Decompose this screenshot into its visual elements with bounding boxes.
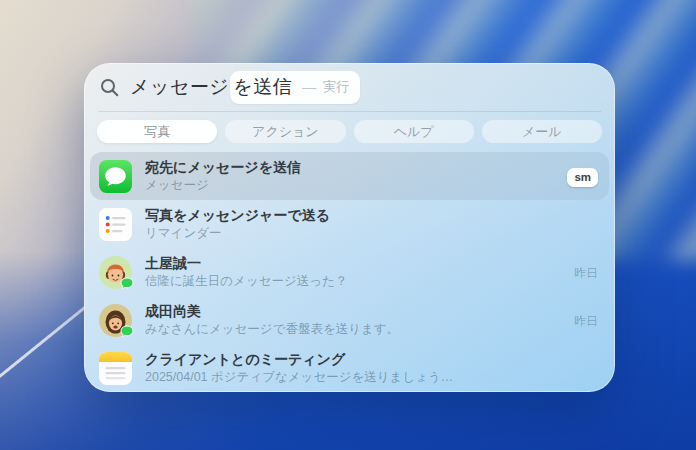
autocomplete-separator: — [302,79,316,95]
spotlight-panel: メッセージ を送信 — 実行 写真 アクション ヘルプ メール [84,63,615,392]
result-right: 昨日 [574,263,598,282]
result-texts: 成田尚美 みなさんにメッセージで香盤表を送ります。 [145,303,564,337]
filter-tabs: 写真 アクション ヘルプ メール [84,112,615,152]
result-right: sm [567,167,598,185]
result-texts: 写真をメッセンジャーで送る リマインダー [145,207,598,241]
tab-mail[interactable]: メール [482,120,602,143]
reminders-app-icon [99,208,132,241]
result-row-contact-tsuchiya[interactable]: 土屋誠一 信隆に誕生日のメッセージ送った？ 昨日 [90,248,609,296]
tab-mail-label: メール [522,123,562,141]
messages-app-icon [99,160,132,193]
message-bubble-badge [120,277,134,291]
message-bubble-badge [120,325,134,339]
shortcut-badge: sm [567,168,598,187]
tab-help[interactable]: ヘルプ [354,120,474,143]
result-subtitle: 信隆に誕生日のメッセージ送った？ [145,273,564,289]
tab-photos-label: 写真 [144,123,170,141]
result-title: 土屋誠一 [145,255,564,272]
contact-avatar-boy [99,256,132,289]
search-bar[interactable]: メッセージ を送信 — 実行 [84,63,615,111]
contact-avatar-woman [99,304,132,337]
search-icon [100,78,119,97]
result-title: クライアントとのミーティング [145,351,598,368]
result-row-send-message[interactable]: 宛先にメッセージを送信 メッセージ sm [90,152,609,200]
result-texts: クライアントとのミーティング 2025/04/01 ポジティブなメッセージを送り… [145,351,598,385]
autocomplete-text: を送信 [233,74,292,100]
result-row-reminder[interactable]: 写真をメッセンジャーで送る リマインダー [90,200,609,248]
result-right: 昨日 [574,311,598,330]
result-subtitle: メッセージ [145,177,557,193]
autocomplete-pill[interactable]: を送信 — 実行 [230,71,360,104]
result-title: 宛先にメッセージを送信 [145,159,557,176]
tab-help-label: ヘルプ [394,123,434,141]
results-list: 宛先にメッセージを送信 メッセージ sm 写真 [84,152,615,392]
tab-actions-label: アクション [252,123,319,141]
result-subtitle: みなさんにメッセージで香盤表を送ります。 [145,321,564,337]
result-texts: 宛先にメッセージを送信 メッセージ [145,159,557,193]
search-input[interactable]: メッセージ [130,74,229,100]
tab-actions[interactable]: アクション [225,120,345,143]
result-subtitle: リマインダー [145,225,598,241]
result-title: 写真をメッセンジャーで送る [145,207,598,224]
tab-photos[interactable]: 写真 [97,120,217,143]
result-title: 成田尚美 [145,303,564,320]
result-texts: 土屋誠一 信隆に誕生日のメッセージ送った？ [145,255,564,289]
result-row-contact-narita[interactable]: 成田尚美 みなさんにメッセージで香盤表を送ります。 昨日 [90,296,609,344]
action-hint-label: 実行 [323,78,349,96]
result-time: 昨日 [574,266,598,280]
notes-app-icon [99,352,132,385]
result-row-note[interactable]: クライアントとのミーティング 2025/04/01 ポジティブなメッセージを送り… [90,344,609,392]
result-subtitle: 2025/04/01 ポジティブなメッセージを送りましょう… [145,369,598,385]
result-time: 昨日 [574,314,598,328]
